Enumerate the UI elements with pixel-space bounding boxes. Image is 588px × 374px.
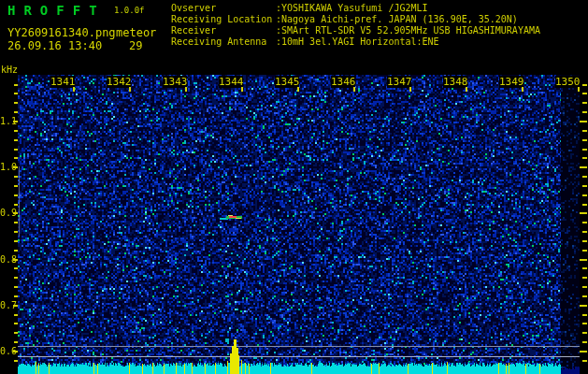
freq-major-tick-right — [580, 351, 587, 352]
info-row-label: Receiving Antenna — [171, 36, 276, 47]
freq-major-tick — [13, 166, 18, 168]
freq-minor-tick — [14, 130, 18, 132]
freq-minor-tick — [14, 277, 18, 279]
freq-tick-label: 0.6 — [0, 346, 13, 356]
spectrogram-canvas — [0, 0, 588, 374]
info-row: Receiver:SMArt RTL-SDR V5 52.905MHz USB … — [171, 25, 540, 36]
freq-minor-tick — [14, 157, 18, 159]
info-row: Ovserver:YOSHIKAWA Yasufumi /JG2MLI — [171, 3, 428, 13]
freq-minor-tick — [14, 149, 18, 151]
freq-tick-label: 1.1 — [0, 116, 13, 126]
mode-label: meteor — [116, 26, 156, 39]
freq-minor-tick-right — [582, 194, 587, 196]
info-row-label: Ovserver — [171, 3, 276, 13]
freq-minor-tick — [14, 176, 18, 178]
time-tick-label: 1341 — [50, 76, 75, 88]
freq-major-tick-right — [580, 166, 587, 168]
freq-minor-tick-right — [582, 204, 587, 206]
time-tick-label: 1342 — [107, 76, 131, 88]
datetime-label: 26.09.16 13:40 — [7, 39, 102, 52]
freq-minor-tick-right — [582, 277, 587, 279]
freq-minor-tick-right — [582, 185, 587, 187]
freq-minor-tick-right — [582, 250, 587, 252]
freq-minor-tick — [14, 185, 18, 187]
info-row-value: :Nagoya Aichi-pref. JAPAN (136.90E, 35.2… — [276, 14, 518, 24]
time-tick — [241, 87, 243, 92]
freq-minor-tick — [14, 295, 18, 297]
freq-minor-tick-right — [582, 295, 587, 297]
freq-minor-tick — [14, 204, 18, 206]
time-tick-label: 1345 — [275, 76, 299, 88]
freq-minor-tick — [14, 93, 18, 94]
meteor-count: 29 — [129, 39, 142, 52]
freq-minor-tick — [14, 102, 18, 104]
time-tick-label: 1348 — [443, 76, 467, 88]
time-tick — [353, 87, 355, 92]
info-row-label: Receiver — [171, 25, 276, 36]
time-tick — [297, 87, 299, 92]
freq-minor-tick — [14, 240, 18, 242]
freq-minor-tick — [14, 286, 18, 288]
output-filename: YY2609161340.png — [7, 26, 116, 39]
info-row-value: :SMArt RTL-SDR V5 52.905MHz USB HIGASHIM… — [276, 25, 540, 36]
freq-minor-tick-right — [582, 93, 587, 94]
time-tick — [129, 87, 131, 92]
freq-minor-tick — [14, 111, 18, 113]
freq-minor-tick — [14, 332, 18, 334]
info-row: Receiving Location:Nagoya Aichi-pref. JA… — [171, 14, 518, 24]
freq-minor-tick-right — [582, 222, 587, 223]
info-row-label: Receiving Location — [171, 14, 276, 24]
hrofft-window: HROFFT 1.0.0f YY2609161340.png meteor 26… — [0, 0, 588, 374]
time-tick — [185, 87, 187, 92]
freq-minor-tick — [14, 360, 18, 362]
time-tick — [466, 87, 467, 92]
freq-axis-unit-label: kHz — [1, 65, 18, 75]
freq-minor-tick-right — [582, 332, 587, 334]
freq-major-tick-right — [580, 259, 587, 261]
freq-major-tick — [13, 351, 18, 352]
freq-minor-tick-right — [582, 240, 587, 242]
freq-minor-tick-right — [582, 267, 587, 269]
freq-minor-tick-right — [582, 286, 587, 288]
freq-tick-label: 0.7 — [0, 300, 13, 310]
freq-minor-tick — [14, 250, 18, 252]
freq-minor-tick-right — [582, 231, 587, 233]
freq-minor-tick — [14, 341, 18, 343]
freq-minor-tick-right — [582, 84, 587, 86]
freq-minor-tick — [14, 84, 18, 86]
freq-minor-tick-right — [582, 360, 587, 362]
freq-major-tick — [13, 121, 18, 122]
freq-minor-tick-right — [582, 149, 587, 151]
time-tick-label: 1350 — [555, 76, 580, 88]
info-row-value: :10mH 3el.YAGI Horizontal:ENE — [276, 36, 439, 47]
freq-minor-tick-right — [582, 341, 587, 343]
freq-minor-tick — [14, 194, 18, 196]
freq-major-tick-right — [580, 212, 587, 214]
freq-major-tick — [13, 259, 18, 261]
freq-minor-tick — [14, 139, 18, 141]
freq-minor-tick — [14, 314, 18, 316]
app-version: 1.0.0f — [114, 6, 145, 15]
freq-minor-tick-right — [582, 102, 587, 104]
time-tick — [578, 87, 580, 92]
time-tick — [522, 87, 523, 92]
freq-minor-tick-right — [582, 157, 587, 159]
time-tick — [73, 87, 75, 92]
time-tick — [409, 87, 411, 92]
freq-major-tick — [13, 212, 18, 214]
time-tick-label: 1346 — [331, 76, 355, 88]
freq-minor-tick-right — [582, 314, 587, 316]
freq-minor-tick-right — [582, 111, 587, 113]
info-row-value: :YOSHIKAWA Yasufumi /JG2MLI — [276, 3, 428, 13]
freq-tick-label: 0.9 — [0, 208, 13, 218]
freq-minor-tick — [14, 231, 18, 233]
freq-major-tick-right — [580, 121, 587, 122]
app-title: HROFFT — [7, 3, 106, 18]
info-row: Receiving Antenna:10mH 3el.YAGI Horizont… — [171, 36, 439, 47]
time-tick-label: 1349 — [499, 76, 523, 88]
freq-major-tick-right — [580, 305, 587, 307]
time-tick-label: 1343 — [163, 76, 187, 88]
freq-minor-tick — [14, 267, 18, 269]
freq-minor-tick — [14, 222, 18, 223]
time-tick-label: 1344 — [219, 76, 243, 88]
